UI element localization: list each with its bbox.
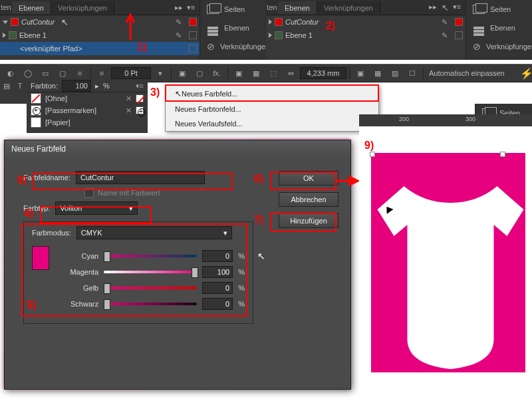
cyan-slider[interactable] xyxy=(104,252,197,260)
expand-icon[interactable] xyxy=(3,21,8,24)
expand-icon[interactable] xyxy=(269,19,272,25)
pencil-icon[interactable]: ✎ xyxy=(176,18,184,26)
auto-fit-label[interactable]: Automatisch einpassen xyxy=(426,69,507,77)
flash-icon[interactable]: ⚡ xyxy=(519,66,532,80)
expand-icon[interactable] xyxy=(3,33,6,38)
menu-icon[interactable]: ▾≡ xyxy=(186,3,196,12)
magenta-slider[interactable] xyxy=(104,268,197,276)
side-ebenen[interactable]: Ebenen xyxy=(466,19,532,37)
dropdown-icon[interactable]: ▾ xyxy=(152,66,168,80)
tool-btn[interactable]: ▭ xyxy=(37,66,53,80)
pct: % xyxy=(103,82,110,90)
schwarz-slider[interactable] xyxy=(104,300,197,308)
tool-btn[interactable]: ◯ xyxy=(20,66,36,80)
registration-icon xyxy=(31,105,41,116)
shirt-shape[interactable] xyxy=(376,173,525,372)
schwarz-value[interactable] xyxy=(202,298,233,310)
tool-btn[interactable]: ◐ xyxy=(3,66,19,80)
tab-verknuepf[interactable]: Verknüpfungen xyxy=(51,1,114,14)
tool-btn[interactable]: ▣ xyxy=(231,66,247,80)
side-ebenen[interactable]: Ebenen xyxy=(200,19,267,37)
side-verknuepf[interactable]: ⊘Verknüpfungen xyxy=(200,37,267,56)
tool-btn[interactable]: ☐ xyxy=(404,66,420,80)
type-tool-icon[interactable]: T xyxy=(13,80,27,92)
layer-select-indicator xyxy=(189,45,197,53)
tool-btn[interactable]: ▣ xyxy=(174,66,190,80)
ok-button[interactable]: OK xyxy=(279,171,338,186)
expand-icon[interactable] xyxy=(269,33,272,38)
panel-icons: ▸▸↖▾≡ xyxy=(424,3,466,13)
layer-color-swatch xyxy=(11,18,19,26)
menu-neues-verlaufsfeld[interactable]: Neues Verlaufsfeld... xyxy=(166,116,378,131)
chevron-down-icon: ▾ xyxy=(129,204,133,213)
gelb-value[interactable] xyxy=(202,282,233,294)
menu-neues-farbtonfeld[interactable]: Neues Farbtonfeld... xyxy=(166,102,378,116)
swatch-none[interactable]: [Ohne]✕ xyxy=(27,92,148,104)
pencil-icon[interactable]: ✎ xyxy=(442,31,450,39)
label: Ebenen xyxy=(490,24,515,32)
tab-ebenen[interactable]: Ebenen xyxy=(278,1,317,14)
gelb-slider-row: Gelb % xyxy=(59,282,245,294)
name-input[interactable] xyxy=(76,171,205,184)
farbton-value[interactable]: 100 xyxy=(62,80,91,92)
side-seiten[interactable]: Seiten xyxy=(200,0,267,19)
tool-btn[interactable]: ▨ xyxy=(387,66,403,80)
selection-handle[interactable] xyxy=(370,152,375,157)
tool-btn[interactable]: ⇔ xyxy=(283,66,299,80)
layer-ebene1[interactable]: Ebene 1 ✎ xyxy=(0,29,200,42)
menu-neues-farbfeld[interactable]: ↖Neues Farbfeld... xyxy=(166,86,378,102)
swatch-passer[interactable]: [Passermarken]✕ xyxy=(27,104,148,116)
tool-btn[interactable]: ⬚ xyxy=(265,66,281,80)
side-verknuepf[interactable]: ⊘Verknüpfungen xyxy=(466,37,532,56)
pages-icon xyxy=(207,4,219,15)
tool-btn[interactable]: ▢ xyxy=(55,66,70,80)
tool-btn[interactable]: ▣ xyxy=(352,66,368,80)
tick: 300 xyxy=(466,116,475,122)
tool-btn[interactable]: ≡ xyxy=(72,66,88,80)
layer-child[interactable]: <verknüpfter Pfad> xyxy=(0,42,200,55)
tab-ebenen[interactable]: Ebenen xyxy=(12,1,51,14)
layers-icon xyxy=(473,23,485,33)
pencil-icon[interactable]: ✎ xyxy=(176,31,184,39)
pct: % xyxy=(238,284,245,292)
menu-icon[interactable]: ▾≡ xyxy=(452,3,462,13)
tool-btn[interactable]: ≡ xyxy=(94,66,110,80)
fx-btn[interactable]: fx. xyxy=(209,66,225,80)
cyan-value[interactable] xyxy=(202,250,233,262)
layer-label: CutContur xyxy=(21,18,55,26)
layer-cutcontur[interactable]: CutContur ✎ xyxy=(266,15,466,29)
layer-label: Ebene 1 xyxy=(19,31,47,39)
farbtyp-select[interactable]: Vollton▾ xyxy=(55,201,138,215)
farbmodus-select[interactable]: CMYK▾ xyxy=(76,226,232,239)
chevron-icon[interactable]: ▸▸ xyxy=(428,3,438,13)
layer-cutcontur[interactable]: CutContur ↖ ✎ xyxy=(0,15,200,29)
tool-btn[interactable]: ▦ xyxy=(370,66,386,80)
none-icon xyxy=(136,94,144,102)
cursor-icon: ↖ xyxy=(257,251,265,261)
tool-btn[interactable]: ▢ xyxy=(192,66,207,80)
tick: 200 xyxy=(399,116,409,122)
cancel-button[interactable]: Abbrechen xyxy=(279,192,338,207)
pencil-icon[interactable]: ✎ xyxy=(442,18,450,26)
measure-field[interactable]: 4,233 mm xyxy=(300,67,346,79)
magenta-value[interactable] xyxy=(202,266,233,278)
layer-label: CutContur xyxy=(285,18,319,26)
left-tool-strip: ▤ T xyxy=(0,80,27,104)
selection-handle[interactable] xyxy=(500,152,505,157)
farbton-caret[interactable]: ▸ xyxy=(95,82,99,90)
stroke-weight-field[interactable]: 0 Pt xyxy=(111,67,151,79)
pct: % xyxy=(238,300,245,308)
side-seiten[interactable]: Seiten xyxy=(466,0,532,19)
tab-verknuepf[interactable]: Verknüpfungen xyxy=(317,1,380,14)
layer-ebene1[interactable]: Ebene 1 ✎ xyxy=(266,29,466,42)
fill-swatch[interactable]: ▤ xyxy=(0,80,13,92)
chevron-icon[interactable]: ▸▸ xyxy=(174,3,184,12)
swatch-papier[interactable]: [Papier] xyxy=(27,116,148,128)
tool-btn[interactable]: ▦ xyxy=(248,66,264,80)
farbton-label: Farbton: xyxy=(31,82,58,90)
gelb-slider[interactable] xyxy=(104,284,197,292)
name-with-value-checkbox[interactable] xyxy=(84,188,94,198)
add-button[interactable]: Hinzufügen xyxy=(279,213,338,228)
paper-icon xyxy=(31,117,41,128)
icon[interactable]: ▾≡ xyxy=(136,82,144,90)
